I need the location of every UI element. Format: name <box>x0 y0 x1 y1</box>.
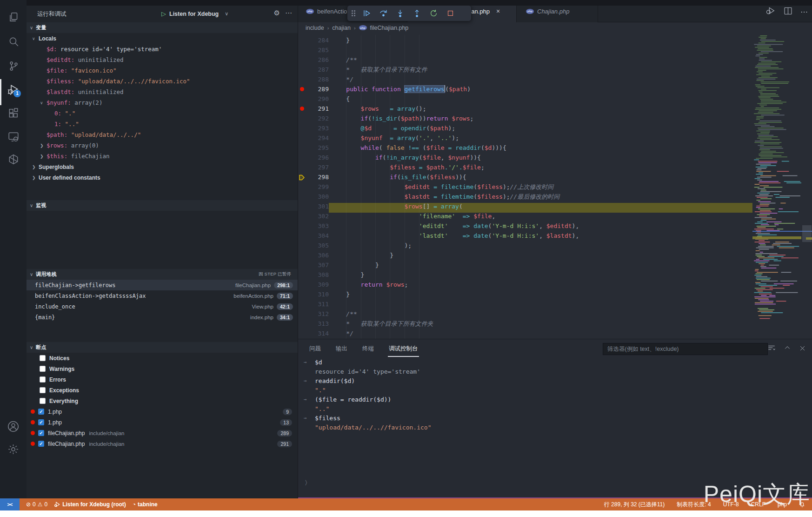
callstack-frame[interactable]: fileChajian->getfilerows fileChajian.php… <box>27 280 298 290</box>
console-input-prompt[interactable]: 〉 <box>305 479 311 487</box>
stop-icon[interactable] <box>442 7 459 20</box>
extensions-icon[interactable] <box>0 103 27 124</box>
code-line-305[interactable]: 305 ); <box>298 241 812 250</box>
code-line-289[interactable]: 289 public function getfilerows($path) <box>298 84 812 94</box>
variable-row[interactable]: ❯$this: fileChajian <box>27 151 298 161</box>
code-line-296[interactable]: 296 if(!in_array($file, $nyunf)){ <box>298 153 812 162</box>
variable-row[interactable]: $editdt: uninitialized <box>27 54 298 65</box>
checkbox-unchecked[interactable] <box>40 387 46 393</box>
breakpoint-dot[interactable] <box>300 107 304 111</box>
remote-explorer-icon[interactable] <box>0 126 27 148</box>
tab-size-status[interactable]: 制表符长度: 4 <box>677 501 711 509</box>
variable-row[interactable]: ❯$rows: array(0) <box>27 140 298 151</box>
code-line-286[interactable]: 286 /** <box>298 55 812 65</box>
package-icon[interactable] <box>0 149 27 170</box>
account-icon[interactable] <box>0 416 27 437</box>
breakpoint-toggle-errors[interactable]: Errors <box>27 374 298 385</box>
console-filter-input[interactable] <box>603 343 767 355</box>
remote-indicator[interactable]: >< <box>0 498 20 510</box>
breakpoint-toggle-everything[interactable]: Everything <box>27 396 298 406</box>
code-line-306[interactable]: 306 } <box>298 250 812 260</box>
close-tab-icon[interactable]: × <box>496 7 500 15</box>
minimap[interactable] <box>752 34 801 338</box>
breadcrumb-chajian[interactable]: chajian <box>332 25 351 31</box>
code-line-287[interactable]: 287 * 获取某个目录下所有文件 <box>298 65 812 74</box>
variable-row[interactable]: 1: ".." <box>27 119 298 129</box>
code-line-314[interactable]: 314 */ <box>298 329 812 338</box>
split-editor-icon[interactable] <box>783 6 793 18</box>
settings-gear-icon[interactable] <box>0 438 27 460</box>
code-line-300[interactable]: 300 $lastdt = filemtime($filess);//最后修改的… <box>298 192 812 201</box>
code-line-288[interactable]: 288 */ <box>298 74 812 84</box>
checkbox-checked[interactable]: ✓ <box>38 419 44 425</box>
callstack-frame[interactable]: beifenClassAction->getdatssssAjax beifen… <box>27 290 298 301</box>
code-line-301[interactable]: 301 $rows[] = array( <box>298 201 812 211</box>
panel-tab-输出[interactable]: 输出 <box>335 342 348 357</box>
step-into-icon[interactable] <box>392 7 408 20</box>
code-line-293[interactable]: 293 @$d = opendir($path); <box>298 123 812 133</box>
breakpoint-file-row[interactable]: ✓ 1.php 13 <box>27 417 298 428</box>
variable-row[interactable]: $filess: "upload/data/../..//favicon.ico… <box>27 76 298 87</box>
code-line-298[interactable]: 298 if(is_file($filess)){ <box>298 172 812 182</box>
watch-section-header[interactable]: ∨ 监视 <box>27 200 298 211</box>
breakpoint-toggle-notices[interactable]: Notices <box>27 353 298 363</box>
start-debug-icon[interactable]: ▷ <box>161 10 166 17</box>
eol-status[interactable]: CRLF <box>751 501 765 508</box>
callstack-frame[interactable]: include_once View.php42:1 <box>27 301 298 312</box>
variable-row[interactable]: $lastdt: uninitialized <box>27 87 298 97</box>
bell-icon[interactable] <box>799 501 805 508</box>
breakpoint-toggle-exceptions[interactable]: Exceptions <box>27 385 298 396</box>
callstack-section-header[interactable]: ∨ 调用堆栈 因 STEP 已暂停 <box>27 269 298 280</box>
breakpoint-dot[interactable] <box>300 87 304 91</box>
code-line-290[interactable]: 290 { <box>298 94 812 104</box>
code-line-313[interactable]: 313 * 获取某个目录下所有文件夹 <box>298 319 812 329</box>
variables-section-header[interactable]: ∨ 变量 <box>27 22 298 33</box>
code-line-295[interactable]: 295 while( false !== ($file = readdir($d… <box>298 143 812 153</box>
code-line-308[interactable]: 308 } <box>298 270 812 280</box>
editor-more-icon[interactable]: ⋯ <box>800 7 808 16</box>
step-over-icon[interactable] <box>375 7 392 20</box>
breakpoint-file-row[interactable]: ✓ 1.php 9 <box>27 406 298 417</box>
debug-gear-icon[interactable]: ⚙ <box>274 9 280 17</box>
launch-config-dropdown[interactable]: ▷ Listen for Xdebug ∨ <box>161 7 228 20</box>
code-line-285[interactable]: 285 <box>298 45 812 55</box>
callstack-frame[interactable]: {main} index.php34:1 <box>27 312 298 322</box>
encoding-status[interactable]: UTF-8 <box>723 501 739 508</box>
breakpoint-file-row[interactable]: ✓ fileChajian.phpinclude/chajian 289 <box>27 428 298 438</box>
breadcrumb-file[interactable]: fileChajian.php <box>370 25 409 31</box>
source-control-icon[interactable] <box>0 55 27 77</box>
filter-lines-icon[interactable] <box>767 344 776 354</box>
code-line-302[interactable]: 302 'filename' => $file, <box>298 211 812 221</box>
views-more-icon[interactable]: ⋯ <box>285 9 292 17</box>
files-icon[interactable] <box>0 7 27 28</box>
breadcrumb-include[interactable]: include <box>306 25 324 31</box>
toolbar-drag-handle[interactable] <box>350 10 357 16</box>
code-line-294[interactable]: 294 $nyunf = array('.', '..'); <box>298 133 812 143</box>
debug-icon[interactable]: 1 <box>0 79 27 100</box>
panel-tab-问题[interactable]: 问题 <box>308 342 322 357</box>
panel-tab-终端[interactable]: 终端 <box>361 342 375 357</box>
debug-target-status[interactable]: Listen for Xdebug (root) <box>54 501 126 508</box>
cursor-position-status[interactable]: 行 289, 列 32 (已选择11) <box>604 501 665 509</box>
code-line-303[interactable]: 303 'editdt' => date('Y-m-d H:i:s', $edi… <box>298 221 812 231</box>
checkbox-unchecked[interactable] <box>40 398 46 404</box>
variable-row[interactable]: ❯Superglobals <box>27 161 298 172</box>
tabnine-status[interactable]: ◔ tabnine <box>133 501 158 508</box>
problems-status[interactable]: ⊘0 ⚠0 <box>26 501 47 508</box>
panel-maximize-icon[interactable] <box>784 344 791 354</box>
checkbox-checked[interactable]: ✓ <box>38 441 44 447</box>
variable-row[interactable]: ❯User defined constants <box>27 172 298 183</box>
code-line-304[interactable]: 304 'lastdt' => date('Y-m-d H:i:s', $las… <box>298 231 812 241</box>
panel-close-icon[interactable] <box>799 345 806 354</box>
step-out-icon[interactable] <box>408 7 425 20</box>
code-line-309[interactable]: 309 return $rows; <box>298 280 812 289</box>
code-line-291[interactable]: 291 $rows = array(); <box>298 104 812 114</box>
checkbox-unchecked[interactable] <box>40 376 46 383</box>
code-line-307[interactable]: 307 } <box>298 260 812 270</box>
variable-row[interactable]: 0: "." <box>27 108 298 119</box>
search-icon[interactable] <box>0 31 27 53</box>
checkbox-unchecked[interactable] <box>40 355 46 361</box>
editor-scrollbar[interactable] <box>801 33 812 339</box>
code-line-284[interactable]: 284 } <box>298 35 812 45</box>
code-editor[interactable]: 284 }285286 /**287 * 获取某个目录下所有文件288 */28… <box>298 33 812 339</box>
